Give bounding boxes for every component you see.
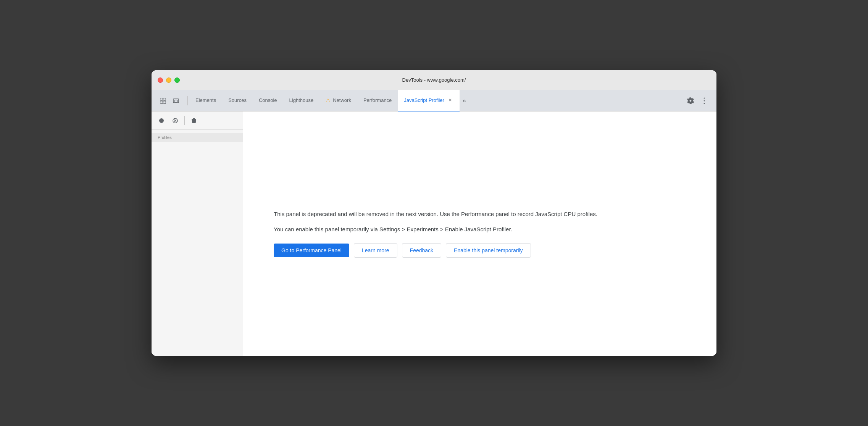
svg-point-9: [159, 118, 164, 123]
window-title: DevTools - www.google.com/: [402, 77, 466, 83]
tab-console[interactable]: Console: [253, 90, 283, 111]
cursor-icon[interactable]: [158, 95, 168, 106]
tab-js-profiler[interactable]: JavaScript Profiler ✕: [398, 90, 459, 111]
feedback-button[interactable]: Feedback: [402, 243, 441, 258]
minimize-button[interactable]: [166, 77, 171, 83]
tab-network[interactable]: ⚠ Network: [319, 90, 357, 111]
learn-more-button[interactable]: Learn more: [354, 243, 397, 258]
devtools-window: DevTools - www.google.com/ Eleme: [152, 70, 716, 356]
svg-rect-3: [163, 101, 166, 103]
deprecation-message: This panel is deprecated and will be rem…: [274, 210, 602, 258]
tab-divider: [187, 96, 188, 105]
maximize-button[interactable]: [174, 77, 180, 83]
network-warning-icon: ⚠: [326, 97, 331, 103]
svg-point-7: [704, 100, 705, 101]
responsive-icon[interactable]: [171, 95, 181, 106]
settings-icon[interactable]: [684, 95, 697, 107]
stop-button[interactable]: [170, 115, 181, 126]
sidebar-section-profiles: Profiles: [152, 130, 243, 145]
tab-performance[interactable]: Performance: [357, 90, 398, 111]
traffic-lights: [158, 77, 180, 83]
main-area: Profiles This panel is deprecated and wi…: [152, 111, 716, 356]
goto-performance-button[interactable]: Go to Performance Panel: [274, 244, 349, 257]
more-options-icon[interactable]: [698, 95, 710, 107]
svg-rect-1: [163, 98, 166, 100]
close-button[interactable]: [158, 77, 163, 83]
tab-close-icon[interactable]: ✕: [447, 97, 453, 103]
tab-overflow-button[interactable]: »: [460, 90, 469, 111]
sidebar-divider: [184, 116, 185, 125]
svg-point-8: [704, 103, 705, 104]
deprecation-text: This panel is deprecated and will be rem…: [274, 210, 602, 234]
sidebar-toolbar: [152, 111, 243, 130]
devtools-icons: [155, 95, 184, 106]
svg-point-6: [704, 97, 705, 98]
tab-bar: Elements Sources Console Lighthouse ⚠ Ne…: [152, 90, 716, 111]
sidebar-profiles-label: Profiles: [152, 133, 243, 142]
record-button[interactable]: [156, 115, 167, 126]
tab-elements[interactable]: Elements: [189, 90, 222, 111]
action-buttons: Go to Performance Panel Learn more Feedb…: [274, 243, 602, 258]
deprecation-para-2: You can enable this panel temporarily vi…: [274, 225, 602, 234]
sidebar: Profiles: [152, 111, 243, 356]
tab-sources[interactable]: Sources: [222, 90, 253, 111]
tab-bar-right: [684, 95, 713, 107]
title-bar: DevTools - www.google.com/: [152, 70, 716, 90]
content-panel: This panel is deprecated and will be rem…: [243, 111, 716, 356]
deprecation-para-1: This panel is deprecated and will be rem…: [274, 210, 602, 219]
svg-rect-0: [160, 98, 163, 100]
svg-rect-2: [160, 101, 163, 103]
svg-rect-5: [174, 100, 177, 102]
enable-panel-button[interactable]: Enable this panel temporarily: [446, 243, 531, 258]
tab-lighthouse[interactable]: Lighthouse: [283, 90, 320, 111]
delete-button[interactable]: [189, 115, 199, 126]
